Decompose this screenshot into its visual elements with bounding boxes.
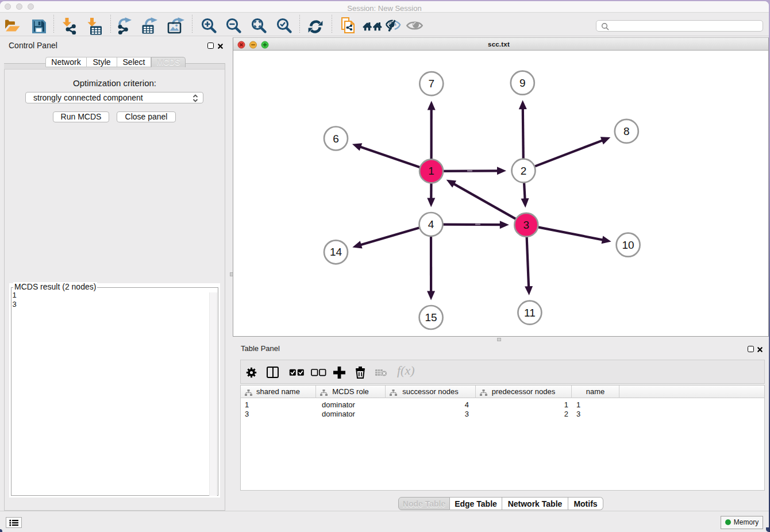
- svg-text:6: 6: [333, 133, 339, 145]
- svg-text:8: 8: [623, 125, 630, 137]
- svg-text:2: 2: [521, 165, 527, 177]
- svg-text:3: 3: [523, 219, 530, 231]
- svg-text:15: 15: [425, 311, 437, 323]
- svg-text:11: 11: [524, 307, 536, 319]
- svg-text:14: 14: [330, 246, 342, 258]
- svg-text:7: 7: [429, 78, 435, 90]
- svg-text:9: 9: [519, 77, 526, 89]
- svg-text:1: 1: [428, 165, 434, 177]
- svg-text:4: 4: [428, 218, 434, 230]
- svg-text:10: 10: [622, 239, 634, 251]
